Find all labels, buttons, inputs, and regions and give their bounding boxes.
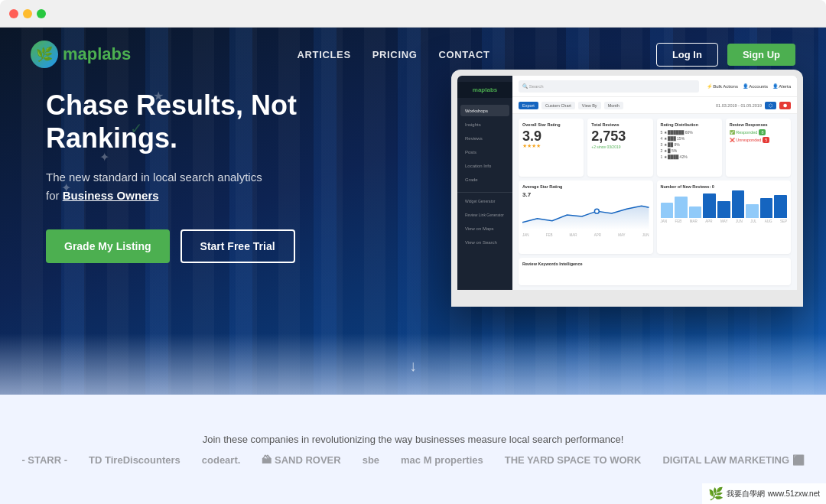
page: ★ ✦ ✓ ✦ 🌿 maplabs ARTICLES PRICING CONTA…	[0, 28, 826, 504]
bar-labels: JANFEBMARAPRMAYJUNJULAUGSEP	[661, 219, 788, 223]
close-button[interactable]	[9, 9, 18, 18]
dashboard-main: 🔍 Search ⚡ Bulk Actions 👤 Accounts 👤 Ale…	[512, 76, 797, 290]
bar-chart	[661, 191, 788, 218]
hero-buttons: Grade My Listing Start Free Trial	[46, 229, 367, 263]
export-pdf-button[interactable]: ⬢	[779, 102, 791, 109]
responded: ✅ Responded 8	[730, 129, 787, 135]
user-avatar: 👤 Alerta	[772, 83, 791, 89]
nav-links: ARTICLES PRICING CONTACT	[298, 49, 490, 60]
grade-listing-button[interactable]: Grade My Listing	[46, 229, 170, 263]
partner-logo-sand: 🏔 SAND ROVER	[262, 454, 340, 466]
rating-bars: 5 ★ ██████ 60% 4 ★ ███ 15% 3 ★ ██ 8% 2 ★…	[661, 129, 718, 160]
traffic-lights	[9, 9, 46, 18]
navbar: 🌿 maplabs ARTICLES PRICING CONTACT Log I…	[0, 28, 826, 81]
logo-icon: 🌿	[31, 41, 58, 68]
bottom-tagline: Join these companies in revolutionizing …	[203, 434, 624, 445]
reviews-delta: +2 since 03/2019	[591, 145, 649, 149]
logo-text: maplabs	[63, 44, 131, 64]
sidebar-item-reviews[interactable]: Reviews	[460, 132, 509, 144]
sidebar-item-workshops[interactable]: Workshops	[460, 105, 509, 116]
partner-logo-tire: TD TireDiscounters	[89, 454, 180, 466]
watermark-icon: 🌿	[708, 486, 724, 501]
sidebar-item-search[interactable]: View on Search	[460, 236, 509, 248]
minimize-button[interactable]	[23, 9, 32, 18]
nav-articles[interactable]: ARTICLES	[298, 49, 351, 60]
hero-headline: Chase Results, Not Rankings.	[46, 89, 367, 154]
sidebar-item-review-link[interactable]: Review Link Generator	[460, 209, 509, 220]
watermark: 🌿 我要自學網 www.51zxw.net	[702, 483, 826, 504]
dashboard-toolbar: Export Custom Chart View By Month 01.03.…	[512, 97, 797, 114]
star-rating-value: 3.9	[522, 129, 580, 143]
nav-actions: Log In Sign Up	[656, 43, 795, 67]
line-chart	[522, 200, 649, 230]
partner-logo-codeart: codeart.	[202, 454, 241, 466]
partner-logo-digital: DIGITAL LAW MARKETING ⬛	[662, 454, 804, 466]
watermark-url: www.51zxw.net	[768, 489, 820, 498]
avg-value: 3.7	[522, 191, 649, 198]
keywords-title: Review Keywords Intelligence	[522, 262, 787, 266]
browser-chrome	[0, 0, 826, 28]
custom-chart-button[interactable]: Custom Chart	[541, 102, 575, 109]
bulk-actions: ⚡ Bulk Actions	[707, 83, 738, 89]
card-title: Rating Distribution	[661, 122, 718, 127]
partner-logo-yard: THE YARD SPACE TO WORK	[505, 454, 642, 466]
hero-section: ★ ✦ ✓ ✦ 🌿 maplabs ARTICLES PRICING CONTA…	[0, 28, 826, 395]
new-reviews-card: Number of New Reviews: 0	[657, 180, 792, 254]
nav-contact[interactable]: CONTACT	[438, 49, 489, 60]
logo[interactable]: 🌿 maplabs	[31, 41, 131, 68]
svg-point-0	[594, 209, 599, 213]
review-responses-card: Review Responses ✅ Responded 8 ❌ Unrespo…	[726, 119, 791, 177]
signup-button[interactable]: Sign Up	[727, 44, 795, 66]
maximize-button[interactable]	[37, 9, 46, 18]
view-by-button[interactable]: View By	[578, 102, 601, 109]
total-reviews-card: Total Reviews 2,753 +2 since 03/2019	[587, 119, 652, 177]
total-reviews-value: 2,753	[591, 129, 649, 143]
sidebar-item-location[interactable]: Location Info	[460, 160, 509, 171]
chart-labels: JANFEBMARAPRMAYJUN	[522, 233, 649, 237]
dashboard-sidebar: maplabs Workshops Insights Reviews Posts…	[457, 76, 512, 290]
share-button[interactable]: ⬡	[765, 102, 776, 109]
dashboard-content: Overall Star Rating 3.9 ★★★★ Total Revie…	[512, 114, 797, 290]
partner-logo-sbe: sbe	[363, 454, 379, 466]
sidebar-item-grade[interactable]: Grade	[460, 174, 509, 185]
sidebar-item-widget[interactable]: Widget Generator	[460, 195, 509, 206]
sidebar-item-maps[interactable]: View on Maps	[460, 223, 509, 234]
card-title: Review Responses	[730, 122, 787, 127]
nav-pricing[interactable]: PRICING	[372, 49, 418, 60]
hero-subtext: The new standard in local search analyti…	[46, 168, 367, 205]
month-button[interactable]: Month	[604, 102, 623, 109]
hero-content: Chase Results, Not Rankings. The new sta…	[46, 89, 367, 263]
sidebar-item-posts[interactable]: Posts	[460, 146, 509, 158]
avg-star-rating-card: Average Star Rating 3.7	[519, 180, 653, 254]
accounts: 👤 Accounts	[743, 83, 768, 89]
login-button[interactable]: Log In	[656, 43, 718, 67]
logos-row: - STARR - TD TireDiscounters codeart. 🏔 …	[21, 454, 804, 466]
laptop-outer: maplabs Workshops Insights Reviews Posts…	[451, 70, 803, 307]
card-title: Average Star Rating	[522, 184, 649, 189]
watermark-text: 我要自學網	[727, 489, 765, 499]
review-keywords-card: Review Keywords Intelligence	[519, 258, 791, 285]
dashboard-mockup: maplabs Workshops Insights Reviews Posts…	[451, 70, 803, 307]
partner-logo-starr: - STARR -	[21, 454, 67, 466]
star-icons: ★★★★	[522, 143, 580, 149]
export-button[interactable]: Export	[519, 102, 538, 109]
date-range: 01.03.2019 - 01.05.2019	[716, 103, 762, 108]
partner-logo-mac: mac M properties	[401, 454, 483, 466]
unresponded: ❌ Unresponded 5	[730, 137, 787, 143]
dashboard-search[interactable]: 🔍 Search	[519, 80, 699, 93]
card-title: Total Reviews	[591, 122, 649, 127]
card-title: Number of New Reviews: 0	[661, 184, 788, 189]
scroll-arrow: ↓	[409, 357, 417, 375]
laptop-screen: maplabs Workshops Insights Reviews Posts…	[457, 76, 797, 290]
overall-star-rating-card: Overall Star Rating 3.9 ★★★★	[519, 119, 584, 177]
rating-distribution-card: Rating Distribution 5 ★ ██████ 60% 4 ★ █…	[657, 119, 722, 177]
card-title: Overall Star Rating	[522, 122, 580, 127]
start-trial-button[interactable]: Start Free Trial	[180, 229, 295, 263]
sidebar-item-insights[interactable]: Insights	[460, 119, 509, 130]
dashboard-logo: maplabs	[457, 82, 512, 98]
